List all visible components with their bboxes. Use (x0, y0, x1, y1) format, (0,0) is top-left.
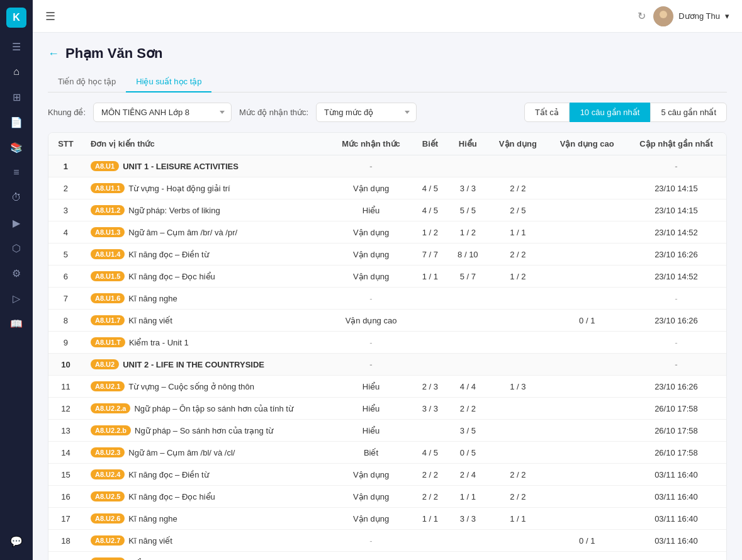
tab-tien-do[interactable]: Tiến độ học tập (48, 72, 126, 92)
cell-cap-nhat: 23/10 14:52 (626, 221, 726, 244)
table-row: 10 A8.U2 UNIT 2 - LIFE IN THE COUNTRYSID… (48, 354, 726, 376)
chat-icon[interactable]: 💬 (5, 530, 28, 552)
cell-cap-nhat: 03/11 16:40 (626, 486, 726, 508)
cell-hieu (447, 310, 488, 332)
cell-muc: Hiểu (330, 376, 413, 398)
refresh-icon[interactable]: ↻ (638, 10, 646, 22)
cell-hieu: 1 / 1 (447, 486, 488, 508)
cell-hieu: 2 / 2 (447, 398, 488, 420)
cell-stt: 10 (48, 354, 83, 376)
unit-badge: A8.U1 (91, 161, 119, 171)
data-table: STT Đơn vị kiến thức Mức nhận thức Biết … (48, 133, 726, 560)
khung-de-select[interactable]: MÔN TIẾNG ANH Lớp 8 (93, 103, 232, 122)
document-icon[interactable]: 📄 (5, 111, 28, 133)
cell-biet: 4 / 5 (413, 199, 448, 221)
cell-muc: Hiểu (330, 420, 413, 442)
btn-all[interactable]: Tất cả (524, 103, 570, 122)
unit-name: Ngữ âm – Cụm âm /bl/ và /cl/ (128, 448, 235, 457)
btn-10[interactable]: 10 câu gần nhất (570, 103, 651, 122)
unit-badge: A8.U1.1 (91, 183, 125, 193)
cell-van-dung (488, 530, 548, 552)
dashboard-icon[interactable]: ⊞ (5, 86, 28, 108)
book2-icon[interactable]: 📖 (5, 312, 28, 335)
cell-hieu (447, 155, 488, 177)
table-row: 16 A8.U2.5 Kĩ năng đọc – Đọc hiểu Vận dụ… (48, 486, 726, 508)
table-row: 6 A8.U1.5 Kĩ năng đọc – Đọc hiểu Vận dụn… (48, 266, 726, 288)
video-icon[interactable]: ▶ (5, 211, 28, 234)
play-icon[interactable]: ▷ (5, 287, 28, 310)
table-row: 19 A8.U2.T Kiểm tra - Unit 2 - - (48, 552, 726, 561)
cell-name: A8.U2.7 Kĩ năng viết (83, 530, 330, 552)
unit-badge: A8.U1.6 (91, 293, 125, 303)
unit-badge: A8.U1.7 (91, 315, 125, 325)
book-icon[interactable]: 📚 (5, 136, 28, 159)
sidebar: K ☰ ⌂ ⊞ 📄 📚 ≡ ⏱ ▶ ⬡ ⚙ ▷ 📖 💬 (0, 0, 33, 560)
cell-cap-nhat: 23/10 14:15 (626, 177, 726, 199)
table-row: 13 A8.U2.2.b Ngữ pháp – So sánh hơn của … (48, 420, 726, 442)
list-icon[interactable]: ≡ (5, 161, 28, 184)
cell-stt: 4 (48, 221, 83, 244)
svg-point-1 (660, 11, 667, 18)
cell-van-dung (488, 398, 548, 420)
unit-name: Kĩ năng đọc – Điền từ (128, 250, 208, 259)
app-logo[interactable]: K (6, 8, 26, 28)
tab-hieu-suat[interactable]: Hiệu suất học tập (126, 72, 211, 92)
unit-badge: A8.U2 (91, 359, 119, 369)
cell-muc: - (330, 332, 413, 354)
cell-van-dung (488, 442, 548, 464)
unit-name: Kĩ năng viết (128, 536, 172, 546)
hamburger-icon[interactable]: ☰ (5, 35, 28, 58)
cell-biet (413, 530, 448, 552)
unit-badge: A8.U2.3 (91, 447, 125, 457)
user-menu[interactable]: Dương Thu ▾ (653, 6, 729, 26)
cell-van-dung-cao (548, 398, 626, 420)
cell-stt: 14 (48, 442, 83, 464)
cell-stt: 18 (48, 530, 83, 552)
cell-van-dung-cao (548, 288, 626, 310)
cube-icon[interactable]: ⬡ (5, 237, 28, 259)
table-row: 7 A8.U1.6 Kĩ năng nghe - - (48, 288, 726, 310)
col-hieu: Hiểu (447, 133, 488, 155)
filter-btn-group: Tất cả 10 câu gần nhất 5 câu gần nhất (524, 103, 727, 122)
cell-hieu (447, 332, 488, 354)
clock-icon[interactable]: ⏱ (5, 186, 28, 209)
cell-van-dung-cao (548, 221, 626, 244)
unit-badge: A8.U2.7 (91, 535, 125, 546)
user-chevron-icon: ▾ (725, 11, 729, 21)
unit-badge: A8.U2.4 (91, 469, 125, 479)
cell-muc: Hiểu (330, 199, 413, 221)
btn-5[interactable]: 5 câu gần nhất (650, 103, 727, 122)
col-stt: STT (48, 133, 83, 155)
table-row: 5 A8.U1.4 Kĩ năng đọc – Điền từ Vận dụng… (48, 244, 726, 266)
table-row: 18 A8.U2.7 Kĩ năng viết - 0 / 1 03/11 16… (48, 530, 726, 552)
cell-muc: Vận dụng cao (330, 310, 413, 332)
cell-name: A8.U2.2.b Ngữ pháp – So sánh hơn của trạ… (83, 420, 330, 442)
home-icon[interactable]: ⌂ (5, 60, 28, 83)
cell-muc: Vận dụng (330, 177, 413, 199)
cell-cap-nhat: 23/10 16:26 (626, 376, 726, 398)
cell-biet: 4 / 5 (413, 442, 448, 464)
unit-name: Ngữ pháp: Verbs of liking (128, 206, 220, 215)
cell-van-dung-cao (548, 420, 626, 442)
cell-stt: 3 (48, 199, 83, 221)
cell-cap-nhat: 03/11 16:40 (626, 464, 726, 486)
cell-van-dung (488, 288, 548, 310)
settings-icon[interactable]: ⚙ (5, 262, 28, 284)
muc-do-label: Mức độ nhận thức: (239, 108, 308, 117)
cell-hieu: 3 / 5 (447, 420, 488, 442)
unit-name: Kĩ năng đọc – Đọc hiểu (128, 272, 215, 281)
cell-stt: 7 (48, 288, 83, 310)
muc-do-select[interactable]: Từng mức độ (316, 103, 417, 122)
cell-name: A8.U1.4 Kĩ năng đọc – Điền từ (83, 244, 330, 266)
table-wrapper: STT Đơn vị kiến thức Mức nhận thức Biết … (48, 132, 727, 560)
cell-muc: - (330, 530, 413, 552)
back-button[interactable]: ← (48, 47, 59, 60)
cell-van-dung-cao (548, 442, 626, 464)
cell-name: A8.U2.3 Ngữ âm – Cụm âm /bl/ và /cl/ (83, 442, 330, 464)
menu-toggle-icon[interactable]: ☰ (45, 9, 55, 23)
unit-badge: A8.U1.3 (91, 227, 125, 237)
cell-muc: Vận dụng (330, 464, 413, 486)
unit-name: Kĩ năng đọc – Đọc hiểu (128, 492, 215, 501)
cell-muc: Vận dụng (330, 244, 413, 266)
cell-name: A8.U1.7 Kĩ năng viết (83, 310, 330, 332)
